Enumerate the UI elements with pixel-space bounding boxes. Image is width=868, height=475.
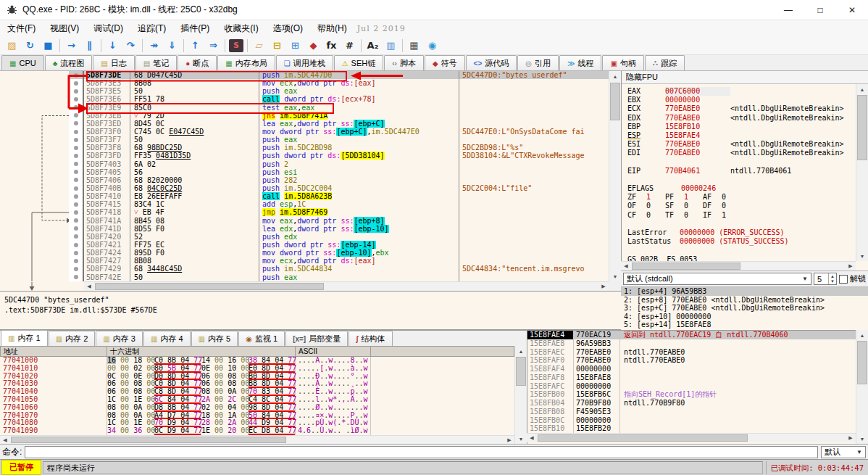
register-row[interactable]: ESP15E8FAE4 xyxy=(622,131,856,140)
menu-item[interactable]: 视图(V) xyxy=(43,23,86,33)
disasm-row[interactable]: 5D8F742968 3448C45Dpush im.5DC448345DC44… xyxy=(0,265,609,273)
breakpoint-dot-icon[interactable] xyxy=(74,186,78,191)
step-down-icon[interactable]: ⇓ xyxy=(163,38,181,54)
tab-symbols[interactable]: ◆符号 xyxy=(425,55,465,70)
tab-trace[interactable]: ∴跟踪 xyxy=(645,55,685,70)
disasm-row[interactable]: 5D8F73E38B08mov ecx,dword ptr ds:[eax] xyxy=(0,79,609,87)
breakpoint-dot-icon[interactable] xyxy=(74,113,78,117)
call-argument-row[interactable]: 3: [esp+C] 770EABE0 <ntdll.DbgUiRemoteBr… xyxy=(621,304,868,313)
disasm-row[interactable]: 5D8F74278B08mov ecx,dword ptr ds:[eax] xyxy=(0,257,609,265)
disasm-row[interactable]: 5D8F7418˅ EB 4Fjmp im.5D8F7469 xyxy=(0,208,609,216)
disasm-row[interactable]: 5D8F7410E8 26EEFAFFcall im.5D8A623B xyxy=(0,192,609,200)
register-row[interactable]: EBP15E8FB10 xyxy=(622,123,856,131)
breakpoint-gutter[interactable] xyxy=(69,192,84,200)
registers-list[interactable]: EAX007C6000EBX00000000ECX770EABE0<ntdll.… xyxy=(622,84,856,261)
disasm-row[interactable]: 5D8F73FDFF35 0481D35Dpush dword ptr ds:[… xyxy=(0,152,609,160)
register-row[interactable]: EDI770EABE0<ntdll.DbgUiRemoteBreakin> xyxy=(622,149,856,157)
breakpoint-dot-icon[interactable] xyxy=(74,105,78,110)
breakpoint-gutter[interactable] xyxy=(69,241,84,249)
tab-notes[interactable]: ▤笔记 xyxy=(135,55,177,70)
disasm-row[interactable]: 5D8F742052push edx xyxy=(0,233,609,241)
breakpoint-gutter[interactable] xyxy=(69,208,84,216)
scroll-up-icon[interactable]: ▲ xyxy=(856,330,868,340)
scroll-up-icon[interactable]: ▲ xyxy=(609,71,621,81)
scroll-right-icon[interactable]: ▶ xyxy=(504,436,514,444)
scroll-right-icon[interactable]: ▶ xyxy=(846,434,856,442)
breakpoint-dot-icon[interactable] xyxy=(74,89,78,94)
stack-row[interactable]: 15E8FB08F45905E3 xyxy=(527,408,856,416)
step-out-icon[interactable]: ↑ xyxy=(186,38,204,54)
stack-row[interactable]: 15E8FB0015E8FB6C指向SEH_Record[1]的指针 xyxy=(527,390,856,399)
tab-cpu[interactable]: ▦CPU xyxy=(1,55,44,70)
breakpoint-dot-icon[interactable] xyxy=(74,275,78,279)
menu-item[interactable]: 插件(P) xyxy=(173,23,217,33)
breakpoint-dot-icon[interactable] xyxy=(74,81,78,86)
patch-icon[interactable]: ▱ xyxy=(250,38,268,54)
memory-dump-view[interactable]: 7704100016 00 18 00C0 8B 04 7714 00 16 0… xyxy=(0,357,514,435)
register-row[interactable]: EFLAGS00000246 xyxy=(622,184,856,193)
breakpoint-gutter[interactable] xyxy=(69,79,84,87)
disasm-row[interactable]: 5D8F73EB˅ 79 2Djns im.5D8F741A xyxy=(0,112,609,120)
breakpoint-dot-icon[interactable] xyxy=(74,218,78,223)
breakpoint-gutter[interactable] xyxy=(69,95,84,103)
stack-view[interactable]: 15E8FAE4770EAC19返回到 ntdll.770EAC19 自 ntd… xyxy=(527,331,856,433)
disasm-row[interactable]: 5D8F73F0C745 0C E047C45Dmov dword ptr ss… xyxy=(0,128,609,136)
disasm-row[interactable]: 5D8F7424895D F0mov dword ptr ss:[ebp-10]… xyxy=(0,249,609,257)
register-row[interactable]: EAX007C6000 xyxy=(622,87,856,96)
disasm-row[interactable]: 5D8F740B68 04C0C25Dpush im.5DC2C0045DC2C… xyxy=(0,184,609,192)
call-argument-row[interactable]: 2: [esp+8] 770EABE0 <ntdll.DbgUiRemoteBr… xyxy=(621,296,868,305)
tab-memory-map[interactable]: ▦内存布局 xyxy=(217,55,275,70)
disasm-row[interactable]: 5D8F740556push esi xyxy=(0,168,609,176)
stack-row[interactable]: 15E8FB0C00000000 xyxy=(527,416,856,425)
stack-row[interactable]: 15E8FAEC770EABE0ntdll.770EABE0 xyxy=(527,348,856,357)
breakpoint-gutter[interactable] xyxy=(69,128,84,136)
breakpoint-gutter[interactable] xyxy=(69,120,84,128)
command-input[interactable] xyxy=(25,446,818,458)
stack-row[interactable]: 15E8FB04770B9F80ntdll.770B9F80 xyxy=(527,399,856,408)
calling-convention-select[interactable]: 默认 (stdcall) ▼ xyxy=(623,273,811,285)
run-to-user-code-icon[interactable]: ↠ xyxy=(145,38,163,54)
call-arguments-list[interactable]: 1: [esp+4] 96A59BB32: [esp+8] 770EABE0 <… xyxy=(621,286,868,330)
scroll-left-icon[interactable]: ◀ xyxy=(527,434,537,442)
minimize-button[interactable]: — xyxy=(772,0,804,20)
tab-log[interactable]: ▤日志 xyxy=(93,55,134,70)
modules-icon[interactable]: ▥ xyxy=(382,38,400,54)
stack-row[interactable]: 15E8FAF0770EABE0ntdll.770EABE0 xyxy=(527,356,856,365)
spin-up-icon[interactable]: ▲ xyxy=(829,273,836,279)
stack-row[interactable]: 15E8FAF815E8FAE8 xyxy=(527,373,856,382)
disasm-row[interactable]: 5D8F741D8D55 F0lea edx,dword ptr ss:[ebp… xyxy=(0,225,609,233)
disasm-row[interactable]: 5D8F74036A 02push 2 xyxy=(0,160,609,168)
register-row[interactable]: EDX770EABE0<ntdll.DbgUiRemoteBreakin> xyxy=(622,114,856,123)
register-row[interactable]: ECX770EABE0<ntdll.DbgUiRemoteBreakin> xyxy=(622,104,856,113)
spin-down-icon[interactable]: ▼ xyxy=(829,279,836,285)
disasm-row[interactable]: 5D8F73ED8D45 0Clea eax,dword ptr ss:[ebp… xyxy=(0,120,609,128)
disasm-row[interactable]: 5D8F73F750push eax xyxy=(0,136,609,144)
breakpoint-dot-icon[interactable] xyxy=(74,121,78,125)
tab-call-stack[interactable]: ❏调用堆栈 xyxy=(276,55,333,70)
open-file-icon[interactable]: ▨ xyxy=(3,38,21,54)
menu-item[interactable]: 帮助(H) xyxy=(310,23,354,33)
scroll-left-icon[interactable]: ◀ xyxy=(84,282,94,291)
stack-hscrollbar[interactable]: ◀ ▶ xyxy=(527,433,856,442)
stop-icon[interactable]: ■ xyxy=(39,38,57,54)
breakpoint-dot-icon[interactable] xyxy=(74,234,78,239)
tab-source[interactable]: <>源代码 xyxy=(466,55,517,70)
breakpoint-gutter[interactable] xyxy=(69,144,84,152)
breakpoint-gutter[interactable] xyxy=(69,160,84,168)
disassembly-view[interactable]: 5D8F73DE68 D047C45Dpush im.5DC447D05DC44… xyxy=(0,71,609,281)
step-into-icon[interactable]: ↓ xyxy=(104,38,122,54)
breakpoint-gutter[interactable] xyxy=(69,184,84,192)
menu-item[interactable]: 文件(F) xyxy=(0,23,43,33)
breakpoint-gutter[interactable] xyxy=(69,200,84,208)
menu-item[interactable]: 追踪(T) xyxy=(130,23,173,33)
breakpoint-gutter[interactable] xyxy=(69,176,84,184)
breakpoint-gutter[interactable] xyxy=(69,87,84,95)
scroll-down-icon[interactable]: ▼ xyxy=(609,271,621,281)
scroll-left-icon[interactable]: ◀ xyxy=(621,262,631,270)
attach-icon[interactable]: ⇒ xyxy=(204,38,222,54)
hash-icon[interactable]: # xyxy=(341,38,359,54)
disasm-row[interactable]: 5D8F73E6FF51 78call dword ptr ds:[ecx+78… xyxy=(0,95,609,103)
breakpoint-gutter[interactable] xyxy=(69,71,84,79)
disasm-row[interactable]: 5D8F7421FF75 ECpush dword ptr ss:[ebp-14… xyxy=(0,241,609,249)
breakpoint-dot-icon[interactable] xyxy=(74,259,78,263)
